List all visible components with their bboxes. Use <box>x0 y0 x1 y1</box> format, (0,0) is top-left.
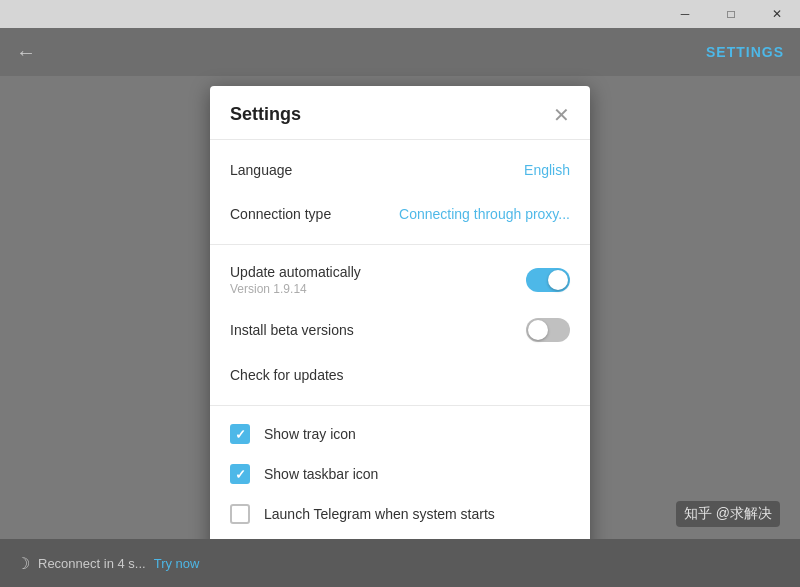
title-bar: ─ □ ✕ <box>0 0 800 28</box>
install-beta-label: Install beta versions <box>230 322 354 338</box>
try-now-link[interactable]: Try now <box>154 556 200 571</box>
check-for-updates-row[interactable]: Check for updates <box>210 353 590 397</box>
connection-type-row: Connection type Connecting through proxy… <box>210 192 590 236</box>
show-taskbar-label: Show taskbar icon <box>264 466 378 482</box>
update-automatically-thumb <box>548 270 568 290</box>
show-tray-label: Show tray icon <box>264 426 356 442</box>
window-controls: ─ □ ✕ <box>662 0 800 28</box>
language-row: Language English <box>210 148 590 192</box>
check-for-updates-label: Check for updates <box>230 367 344 383</box>
page-title: SETTINGS <box>706 44 784 60</box>
settings-dialog: Settings ✕ Language English Connection t… <box>210 86 590 582</box>
version-sublabel: Version 1.9.14 <box>230 282 361 296</box>
install-beta-thumb <box>528 320 548 340</box>
status-text: Reconnect in 4 s... <box>38 556 146 571</box>
close-button[interactable]: ✕ <box>754 0 800 28</box>
launch-on-startup-label: Launch Telegram when system starts <box>264 506 495 522</box>
install-beta-row: Install beta versions <box>210 307 590 353</box>
show-tray-checkbox[interactable] <box>230 424 250 444</box>
dialog-header: Settings ✕ <box>210 86 590 140</box>
update-automatically-row: Update automatically Version 1.9.14 <box>210 253 590 307</box>
update-automatically-track <box>526 268 570 292</box>
connection-type-value[interactable]: Connecting through proxy... <box>399 206 570 222</box>
section-updates: Update automatically Version 1.9.14 Inst… <box>210 244 590 405</box>
show-taskbar-row[interactable]: Show taskbar icon <box>210 454 590 494</box>
watermark: 知乎 @求解决 <box>676 501 780 527</box>
install-beta-toggle[interactable] <box>526 318 570 342</box>
language-label: Language <box>230 162 292 178</box>
section-language-connection: Language English Connection type Connect… <box>210 140 590 244</box>
modal-overlay: Settings ✕ Language English Connection t… <box>0 76 800 539</box>
language-value[interactable]: English <box>524 162 570 178</box>
show-taskbar-checkbox[interactable] <box>230 464 250 484</box>
reconnect-status: ☽ Reconnect in 4 s... Try now <box>16 554 199 573</box>
bottom-bar: ☽ Reconnect in 4 s... Try now <box>0 539 800 587</box>
launch-on-startup-row[interactable]: Launch Telegram when system starts <box>210 494 590 534</box>
dialog-title: Settings <box>230 104 301 125</box>
install-beta-track <box>526 318 570 342</box>
app-area: ← SETTINGS Settings ✕ Language English C… <box>0 28 800 587</box>
launch-on-startup-checkbox[interactable] <box>230 504 250 524</box>
top-bar: ← SETTINGS <box>0 28 800 76</box>
update-automatically-label: Update automatically <box>230 264 361 280</box>
dialog-close-button[interactable]: ✕ <box>553 105 570 125</box>
maximize-button[interactable]: □ <box>708 0 754 28</box>
update-automatically-toggle[interactable] <box>526 268 570 292</box>
update-automatically-group: Update automatically Version 1.9.14 <box>230 264 361 296</box>
moon-icon: ☽ <box>16 554 30 573</box>
show-tray-row[interactable]: Show tray icon <box>210 414 590 454</box>
back-button[interactable]: ← <box>16 41 36 64</box>
connection-type-label: Connection type <box>230 206 331 222</box>
minimize-button[interactable]: ─ <box>662 0 708 28</box>
